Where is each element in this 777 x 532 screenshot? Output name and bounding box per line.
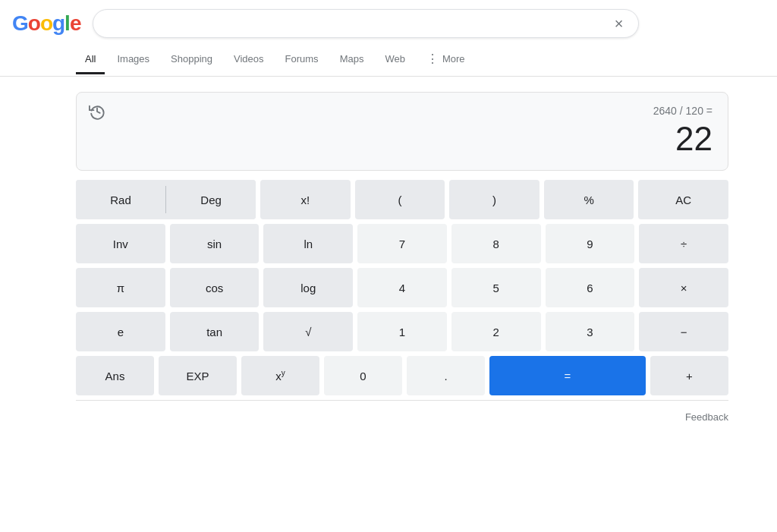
header: Google 2640 divided by 120 × — [0, 0, 777, 44]
seven-button[interactable]: 7 — [357, 224, 447, 263]
zero-button[interactable]: 0 — [324, 356, 402, 395]
eight-button[interactable]: 8 — [451, 224, 541, 263]
rad-button[interactable]: Rad — [76, 180, 165, 219]
calc-row-2: Inv sin ln 7 8 9 ÷ — [76, 224, 728, 263]
main-content: 2640 / 120 = 22 Rad Deg x! ( ) % AC Inv … — [0, 77, 777, 439]
six-button[interactable]: 6 — [546, 268, 635, 307]
feedback-row: Feedback — [76, 400, 728, 423]
inv-button[interactable]: Inv — [76, 224, 165, 263]
sqrt-button[interactable]: √ — [263, 312, 353, 351]
tan-button[interactable]: tan — [170, 312, 260, 351]
calc-expression: 2640 / 120 = — [92, 105, 713, 117]
search-bar[interactable]: 2640 divided by 120 × — [93, 9, 639, 38]
logo-o1: o — [28, 11, 40, 35]
percent-button[interactable]: % — [544, 180, 634, 219]
logo-l: l — [64, 11, 70, 35]
one-button[interactable]: 1 — [357, 312, 447, 351]
tab-web[interactable]: Web — [376, 46, 414, 74]
logo-g: G — [12, 11, 28, 35]
calculator-display: 2640 / 120 = 22 — [76, 92, 728, 171]
two-button[interactable]: 2 — [451, 312, 541, 351]
logo-e: e — [70, 11, 81, 35]
search-input[interactable]: 2640 divided by 120 — [105, 17, 611, 30]
ln-button[interactable]: ln — [263, 224, 353, 263]
tab-more[interactable]: ⋮ More — [417, 44, 474, 76]
calc-row-3: π cos log 4 5 6 × — [76, 268, 728, 307]
subtract-button[interactable]: − — [639, 312, 728, 351]
close-paren-button[interactable]: ) — [449, 180, 539, 219]
divide-button[interactable]: ÷ — [639, 224, 728, 263]
sin-button[interactable]: sin — [170, 224, 260, 263]
open-paren-button[interactable]: ( — [355, 180, 445, 219]
tab-maps[interactable]: Maps — [331, 46, 373, 74]
history-icon[interactable] — [89, 103, 105, 124]
clear-icon[interactable]: × — [612, 16, 627, 31]
logo-g2: g — [52, 11, 64, 35]
deg-button[interactable]: Deg — [166, 180, 256, 219]
four-button[interactable]: 4 — [357, 268, 447, 307]
calc-row-5: Ans EXP xy 0 . = + — [76, 356, 728, 395]
nine-button[interactable]: 9 — [546, 224, 635, 263]
exp-button[interactable]: EXP — [159, 356, 237, 395]
tab-shopping[interactable]: Shopping — [162, 46, 222, 74]
five-button[interactable]: 5 — [451, 268, 541, 307]
more-dots-icon: ⋮ — [426, 52, 439, 66]
google-logo: Google — [12, 13, 80, 34]
multiply-button[interactable]: × — [639, 268, 728, 307]
pi-button[interactable]: π — [76, 268, 165, 307]
tab-forums[interactable]: Forums — [276, 46, 328, 74]
tab-images[interactable]: Images — [108, 46, 159, 74]
equals-button[interactable]: = — [489, 356, 646, 395]
calculator-buttons: Rad Deg x! ( ) % AC Inv sin ln 7 8 9 ÷ π… — [76, 180, 728, 395]
tab-videos[interactable]: Videos — [225, 46, 273, 74]
rad-deg-toggle[interactable]: Rad Deg — [76, 180, 256, 219]
nav-tabs: All Images Shopping Videos Forums Maps W… — [0, 44, 777, 77]
tab-all[interactable]: All — [76, 46, 105, 74]
calc-row-4: e tan √ 1 2 3 − — [76, 312, 728, 351]
ans-button[interactable]: Ans — [76, 356, 154, 395]
log-button[interactable]: log — [263, 268, 353, 307]
add-button[interactable]: + — [650, 356, 728, 395]
cos-button[interactable]: cos — [170, 268, 260, 307]
decimal-button[interactable]: . — [407, 356, 485, 395]
ac-button[interactable]: AC — [638, 180, 728, 219]
power-button[interactable]: xy — [241, 356, 319, 395]
three-button[interactable]: 3 — [546, 312, 635, 351]
feedback-link[interactable]: Feedback — [685, 411, 728, 423]
factorial-button[interactable]: x! — [260, 180, 351, 219]
e-button[interactable]: e — [76, 312, 165, 351]
logo-o2: o — [40, 11, 52, 35]
calc-row-1: Rad Deg x! ( ) % AC — [76, 180, 728, 219]
calc-result: 22 — [92, 120, 713, 158]
